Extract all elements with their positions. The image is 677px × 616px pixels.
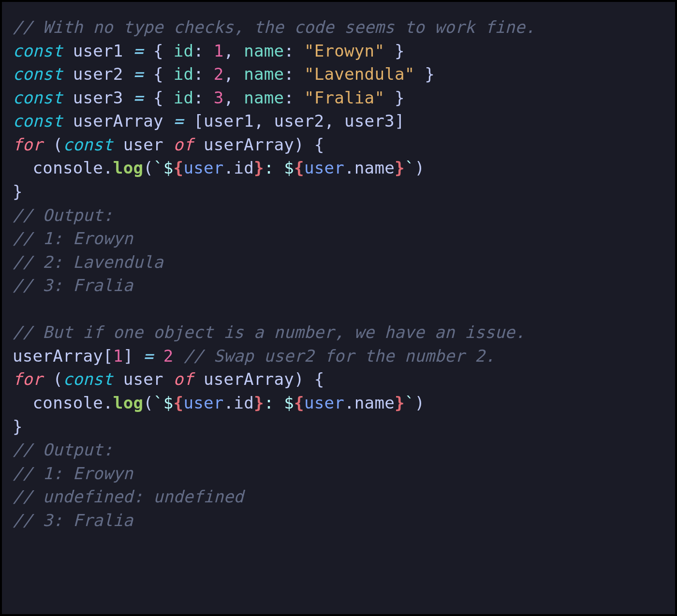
template-backtick: ` [405, 393, 415, 412]
template-identifier-user: user [183, 393, 223, 412]
comma: , [254, 111, 264, 131]
operator-equals: = [143, 346, 153, 366]
comment-swap: // Swap user2 for the number 2. [183, 346, 495, 366]
identifier-userarray: userArray [204, 135, 294, 154]
template-dollar: $ [284, 158, 294, 177]
comment-output-label-2: // Output: [13, 440, 113, 459]
brace-open: { [153, 41, 163, 60]
dot: . [103, 158, 113, 177]
identifier-userarray: userArray [13, 346, 103, 366]
object-key-name: name [244, 64, 284, 84]
identifier-userarray: userArray [204, 369, 294, 389]
string-literal-lavendula: "Lavendula" [304, 64, 415, 84]
template-brace-open: { [174, 158, 184, 177]
template-backtick: ` [405, 158, 415, 177]
dot: . [344, 158, 354, 177]
brace-close: } [13, 182, 23, 201]
identifier-user1: user1 [204, 111, 254, 131]
object-key-name: name [244, 88, 284, 107]
dot: . [103, 393, 113, 412]
template-brace-close: } [395, 158, 405, 177]
template-brace-close: } [395, 393, 405, 412]
comment-output-1: // 1: Erowyn [13, 229, 133, 248]
operator-equals: = [133, 64, 143, 84]
template-brace-open: { [294, 393, 304, 412]
code-block: // With no type checks, the code seems t… [13, 15, 664, 532]
paren-close: ) [294, 135, 304, 154]
brace-close: } [13, 417, 23, 436]
bracket-open: [ [103, 346, 113, 366]
template-backtick: ` [153, 393, 163, 412]
identifier-user2: user2 [73, 64, 123, 84]
comment-output-u3: // 3: Fralia [13, 511, 133, 530]
operator-equals: = [174, 111, 184, 131]
method-log: log [113, 393, 143, 412]
template-identifier-user: user [304, 158, 344, 177]
operator-equals: = [133, 88, 143, 107]
property-name: name [354, 393, 395, 412]
brace-open: { [314, 135, 324, 154]
identifier-user2: user2 [274, 111, 324, 131]
identifier-user: user [123, 369, 163, 389]
template-brace-open: { [294, 158, 304, 177]
code-editor-frame: // With no type checks, the code seems t… [0, 0, 677, 616]
comma: , [324, 111, 334, 131]
template-brace-close: } [254, 158, 264, 177]
keyword-const: const [63, 369, 113, 389]
property-name: name [354, 158, 395, 177]
identifier-user: user [123, 135, 163, 154]
brace-open: { [153, 88, 163, 107]
comment-output-3: // 3: Fralia [13, 276, 133, 295]
number-literal-3: 3 [214, 88, 224, 107]
bracket-close: ] [123, 346, 133, 366]
identifier-userarray: userArray [73, 111, 163, 131]
keyword-const: const [63, 135, 113, 154]
keyword-of: of [174, 369, 194, 389]
method-log: log [113, 158, 143, 177]
colon: : [193, 88, 204, 107]
template-brace-open: { [174, 393, 184, 412]
comment-line: // With no type checks, the code seems t… [13, 17, 535, 37]
paren-open: ( [53, 369, 63, 389]
property-id: id [234, 393, 254, 412]
keyword-for: for [13, 135, 43, 154]
paren-close: ) [415, 393, 425, 412]
keyword-const: const [13, 111, 63, 131]
colon: : [193, 64, 204, 84]
template-text-colon: : [264, 158, 284, 177]
template-dollar: $ [284, 393, 294, 412]
object-key-name: name [244, 41, 284, 60]
comment-output-2: // 2: Lavendula [13, 252, 163, 272]
number-literal-index-1: 1 [113, 346, 123, 366]
colon: : [193, 41, 204, 60]
template-brace-close: } [254, 393, 264, 412]
identifier-console: console [33, 393, 103, 412]
comment-output-u1: // 1: Erowyn [13, 464, 133, 483]
colon: : [284, 88, 294, 107]
brace-open: { [153, 64, 163, 84]
brace-close: } [395, 41, 405, 60]
dot: . [344, 393, 354, 412]
number-literal-1: 1 [214, 41, 224, 60]
template-identifier-user: user [183, 158, 223, 177]
number-literal-2: 2 [163, 346, 174, 366]
object-key-id: id [174, 41, 194, 60]
keyword-const: const [13, 64, 63, 84]
comma: , [224, 64, 234, 84]
operator-equals: = [133, 41, 143, 60]
identifier-user3: user3 [73, 88, 123, 107]
colon: : [284, 41, 294, 60]
string-literal-erowyn: "Erowyn" [304, 41, 384, 60]
object-key-id: id [174, 88, 194, 107]
bracket-close: ] [395, 111, 405, 131]
keyword-const: const [13, 41, 63, 60]
brace-close: } [425, 64, 435, 84]
template-text-colon: : [264, 393, 284, 412]
comment-output-label: // Output: [13, 205, 113, 225]
string-literal-fralia: "Fralia" [304, 88, 384, 107]
keyword-of: of [174, 135, 194, 154]
property-id: id [234, 158, 254, 177]
colon: : [284, 64, 294, 84]
object-key-id: id [174, 64, 194, 84]
template-dollar: $ [163, 158, 174, 177]
